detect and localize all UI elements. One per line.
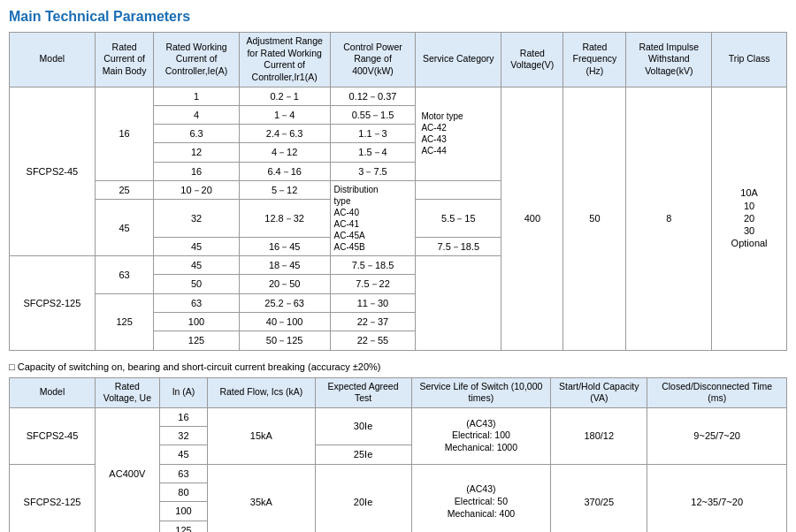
ie-32: 32 (154, 200, 239, 237)
t2-model-125: SFCPS2‑125 (10, 464, 96, 532)
ie-25: 25 (95, 181, 154, 200)
trip-class: 10A 10 20 30 Optional (712, 87, 787, 350)
t2-in-16: 16 (159, 407, 208, 426)
t2-time-2: 12~35/7~20 (647, 464, 787, 532)
ir1-16-45: 16－45 (239, 237, 330, 255)
t2-in-125: 125 (159, 521, 208, 532)
col-service-cat: Service Category (416, 33, 501, 87)
ie-50: 50 (154, 275, 239, 293)
ir1-2.4-6.3: 2.4－6.3 (239, 125, 330, 143)
rated-63: 63 (95, 256, 154, 294)
kw-1.5: 1.5－4 (330, 143, 416, 162)
t2-agreed-30: 30Ie (315, 407, 411, 445)
t2-start-2: 370/25 (551, 464, 647, 532)
t2-in-32: 32 (159, 427, 208, 445)
t2-col-model: Model (10, 377, 96, 407)
model-sfcps2-45: SFCPS2‑45 (10, 87, 96, 255)
kw-5: 5－12 (239, 181, 330, 200)
empty-service (416, 256, 501, 350)
ir1-0.2-1: 0.2－1 (239, 87, 330, 105)
rated-45: 45 (95, 200, 154, 256)
model-sfcps2-125: SFCPS2‑125 (10, 256, 96, 350)
kw-22a: 22－37 (330, 312, 416, 331)
ie-45-b: 45 (154, 256, 239, 275)
capacity-note: □ Capacity of switching on, bearing and … (9, 361, 787, 372)
t2-model-45: SFCPS2‑45 (10, 407, 96, 464)
ir1-25.2-63: 25.2－63 (239, 293, 330, 312)
t2-col-time: Closed/Disconnected Time (ms) (647, 377, 787, 407)
main-parameters-table: Model Rated Current of Main Body Rated W… (9, 32, 787, 351)
ie-63: 63 (154, 293, 239, 312)
t2-col-voltage: Rated Voltage, Ue (95, 377, 159, 407)
kw-7.5c: 7.5－22 (330, 275, 416, 293)
rated-125: 125 (95, 293, 154, 350)
t2-flow-35: 35kA (208, 464, 315, 532)
col-adjustment: Adjustment Range for Rated Working Curre… (239, 33, 330, 87)
ir1-1-4: 1－4 (239, 105, 330, 124)
t2-col-in: In (A) (159, 377, 208, 407)
kw-7.5b: 7.5－18.5 (330, 256, 416, 275)
ie-4: 4 (154, 105, 239, 124)
t2-col-service-life: Service Life of Switch (10,000 times) (411, 377, 551, 407)
ie-16: 16 (154, 162, 239, 180)
kw-0.12: 0.12－0.37 (330, 87, 416, 105)
ir1-40-100: 40－100 (239, 312, 330, 331)
col-control-power: Control Power Range of 400V(kW) (330, 33, 416, 87)
ie-1: 1 (154, 87, 239, 105)
ie-12: 12 (154, 143, 239, 162)
t2-col-start-hold: Start/Hold Capacity (VA) (551, 377, 647, 407)
ir1-50-125: 50－125 (239, 331, 330, 350)
t2-voltage: AC400V (95, 407, 159, 532)
col-model: Model (10, 33, 96, 87)
ie-100: 100 (154, 312, 239, 331)
kw-7.5a: 7.5－18.5 (416, 237, 501, 255)
motor-type: Motor type AC-42 AC-43 AC-44 (416, 87, 501, 180)
ir1-4-12: 4－12 (239, 143, 330, 162)
t2-col-flow: Rated Flow, Ics (kA) (208, 377, 315, 407)
ir1-20-50: 20－50 (239, 275, 330, 293)
capacity-table: Model Rated Voltage, Ue In (A) Rated Flo… (9, 377, 787, 532)
kw-22b: 22－55 (330, 331, 416, 350)
t2-flow-15: 15kA (208, 407, 315, 464)
t2-time-1: 9~25/7~20 (647, 407, 787, 464)
t2-in-80: 80 (159, 483, 208, 502)
col-rated-freq: Rated Frequency (Hz) (563, 33, 626, 87)
col-rated-voltage: Rated Voltage(V) (501, 33, 563, 87)
distribution-type: Distribution type AC-40 AC-41 AC-45A AC-… (330, 181, 416, 256)
ir1-10-20: 10－20 (154, 181, 239, 200)
rated-16: 16 (95, 87, 154, 180)
ie-45-a: 45 (154, 237, 239, 255)
kw-1.1: 1.1－3 (330, 125, 416, 143)
t2-agreed-25: 25Ie (315, 445, 411, 464)
ie-6.3: 6.3 (154, 125, 239, 143)
ir1-18-45: 18－45 (239, 256, 330, 275)
t2-in-100: 100 (159, 502, 208, 521)
col-rated-working: Rated Working Current of Controller,Ie(A… (154, 33, 239, 87)
ir1-6.4-16: 6.4－16 (239, 162, 330, 180)
t2-agreed-20: 20Ie (315, 464, 411, 532)
t2-start-1: 180/12 (551, 407, 647, 464)
t2-col-agreed: Expected Agreed Test (315, 377, 411, 407)
page-title: Main Technical Parameters (9, 9, 787, 25)
ie-125: 125 (154, 331, 239, 350)
kw-5.5: 5.5－15 (416, 200, 501, 237)
freq-50: 50 (563, 87, 626, 350)
t2-in-45: 45 (159, 445, 208, 464)
kw-11: 11－30 (330, 293, 416, 312)
t2-in-63: 63 (159, 464, 208, 483)
kw-3: 3－7.5 (330, 162, 416, 180)
col-rated-impulse: Rated Impulse Withstand Voltage(kV) (626, 33, 712, 87)
ir1-12.8-32: 12.8－32 (239, 200, 330, 237)
voltage-400: 400 (501, 87, 563, 350)
t2-service-1: (AC43) Electrical: 100 Mechanical: 1000 (411, 407, 551, 464)
col-trip-class: Trip Class (712, 33, 787, 87)
col-rated-current: Rated Current of Main Body (95, 33, 154, 87)
kw-0.55: 0.55－1.5 (330, 105, 416, 124)
impulse-8: 8 (626, 87, 712, 350)
t2-service-2: (AC43) Electrical: 50 Mechanical: 400 (411, 464, 551, 532)
